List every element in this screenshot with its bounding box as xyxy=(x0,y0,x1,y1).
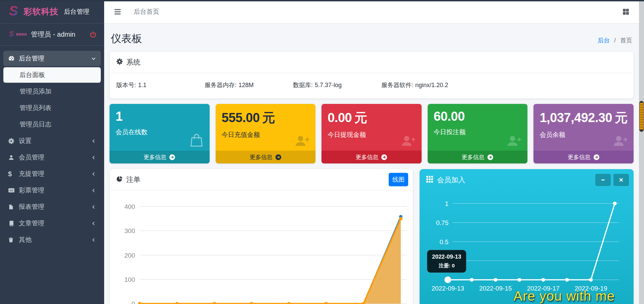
sidebar-item[interactable]: 报表管理 xyxy=(3,199,101,215)
data-point[interactable] xyxy=(250,302,253,304)
sidebar-subitem[interactable]: 管理员日志 xyxy=(3,117,101,132)
data-point[interactable] xyxy=(542,278,545,282)
system-info-item: 服务器软件:nginx/1.20.2 xyxy=(381,81,448,89)
brand-suffix: 后台管理 xyxy=(64,7,89,16)
sidebar-item[interactable]: 其他 xyxy=(3,232,101,248)
chevron-left-icon xyxy=(91,204,96,210)
sidebar-subitem-label: 管理员日志 xyxy=(19,120,51,129)
shopping-bag-icon xyxy=(189,132,204,148)
data-point[interactable] xyxy=(589,278,593,282)
sidebar-item[interactable]: CC 彩票管理 xyxy=(3,183,101,198)
svg-text:1: 1 xyxy=(445,200,448,207)
top-border-strip xyxy=(0,0,644,1)
member-join-panel: 会员加入 00.250.50.7512022-09-132022-09-1520… xyxy=(420,169,634,304)
user-panel: S 彩软科技 管理员 - admin xyxy=(0,24,104,46)
stat-value: 1,037,492.30元 xyxy=(533,104,634,126)
data-point[interactable] xyxy=(470,278,474,282)
line-chart-button[interactable]: 线图 xyxy=(389,173,408,186)
more-info-link[interactable]: 更多信息 xyxy=(110,151,210,163)
stat-unit: 元 xyxy=(615,111,628,125)
page-head: 仪表板 后台 / 首页 xyxy=(111,32,632,46)
more-info-link[interactable]: 更多信息 xyxy=(216,151,316,163)
bet-line-chart[interactable]: 0100200300400 xyxy=(110,190,413,304)
stat-value: 555.00元 xyxy=(216,104,316,126)
member-line-chart[interactable]: 00.250.50.7512022-09-132022-09-152022-09… xyxy=(420,190,632,302)
area-fill xyxy=(140,219,401,304)
content: 仪表板 后台 / 首页 系统 版本号:1.1 服务器内存:128M 数据库:5.… xyxy=(104,24,639,304)
sidebar-item[interactable]: 文章管理 xyxy=(3,216,101,231)
data-point[interactable] xyxy=(518,278,521,282)
system-info-row: 版本号:1.1 服务器内存:128M 数据库:5.7.37-log 服务器软件:… xyxy=(110,73,634,99)
more-info-link[interactable]: 更多信息 xyxy=(533,151,634,163)
data-point[interactable] xyxy=(494,278,498,282)
tooltip-value: 注册: 0 xyxy=(432,263,461,269)
sidebar-subitem-label: 管理员添加 xyxy=(19,87,51,96)
svg-text:0.5: 0.5 xyxy=(440,238,448,245)
cc-icon: CC xyxy=(8,187,19,194)
system-info-label: 服务器软件: xyxy=(381,82,413,88)
brand-name: 彩软科技 xyxy=(24,6,58,17)
power-icon[interactable] xyxy=(89,31,97,38)
sidebar-item[interactable]: 设置 xyxy=(3,133,101,149)
scrollbar-thumb[interactable] xyxy=(639,101,644,132)
breadcrumb-link[interactable]: 后台 xyxy=(598,37,610,44)
trash-icon xyxy=(8,237,19,243)
data-point[interactable] xyxy=(613,202,617,205)
sidebar-item[interactable]: $ 充提管理 xyxy=(3,166,101,182)
stat-value: 1 xyxy=(110,104,210,124)
chart-tooltip: 2022-09-13 注册: 0 xyxy=(427,250,466,273)
page-scrollbar[interactable] xyxy=(639,0,644,304)
member-panel-title: 会员加入 xyxy=(437,175,465,185)
minus-icon[interactable] xyxy=(595,174,611,186)
svg-text:2022-09-13: 2022-09-13 xyxy=(431,285,464,292)
grid-2x2-icon[interactable] xyxy=(622,8,630,15)
dashboard-icon xyxy=(8,55,19,62)
system-info-label: 版本号: xyxy=(116,82,136,88)
breadcrumb-separator: / xyxy=(614,37,616,44)
sidebar-menu: 后台管理 后台面板 管理员添加 管理员列表 管理员日志 设置 会员管理 $ 充提… xyxy=(0,46,104,248)
data-point[interactable] xyxy=(213,302,216,304)
svg-text:S: S xyxy=(9,30,14,37)
stat-card: 555.00元 今日充值金额 更多信息 xyxy=(216,104,316,163)
svg-text:CC: CC xyxy=(9,189,13,192)
hamburger-icon[interactable] xyxy=(114,8,122,16)
sidebar: S 彩软科技 后台管理 S 彩软科技 管理员 - admin 后台管理 后台面板… xyxy=(0,0,104,304)
sidebar-item[interactable]: 后台管理 xyxy=(3,51,101,66)
sidebar-subitem[interactable]: 后台面板 xyxy=(3,67,101,83)
data-point[interactable] xyxy=(138,302,141,304)
system-info-value: 128M xyxy=(239,82,254,88)
more-info-link[interactable]: 更多信息 xyxy=(428,151,528,163)
sidebar-subitem[interactable]: 管理员添加 xyxy=(3,84,101,99)
sidebar-subitem[interactable]: 管理员列表 xyxy=(3,100,101,116)
data-point[interactable] xyxy=(444,276,451,283)
sidebar-subitem-label: 后台面板 xyxy=(19,71,45,79)
main-area: 后台首页 仪表板 后台 / 首页 系统 版本号:1.1 服务器内存:128M 数… xyxy=(104,0,639,304)
system-info-item: 服务器内存:128M xyxy=(205,81,293,89)
charts-row: 注单 线图 0100200300400 会员加入 00.250.50.75120… xyxy=(110,169,634,304)
data-point[interactable] xyxy=(175,302,179,304)
chevron-left-icon xyxy=(91,172,96,177)
bet-chart-panel: 注单 线图 0100200300400 xyxy=(110,169,413,304)
nav-home-link[interactable]: 后台首页 xyxy=(134,7,159,16)
series-orange-line xyxy=(140,219,401,304)
data-point[interactable] xyxy=(565,278,569,282)
stat-card: 0.00元 今日提现金额 更多信息 xyxy=(321,104,422,163)
grid-3x3-icon xyxy=(426,176,433,184)
pie-chart-icon xyxy=(116,176,123,184)
more-info-link[interactable]: 更多信息 xyxy=(321,151,422,163)
stat-value: 0.00元 xyxy=(321,104,422,126)
page-title: 仪表板 xyxy=(111,32,142,46)
data-point[interactable] xyxy=(287,302,291,304)
chevron-left-icon xyxy=(91,188,96,193)
system-info-value: 5.7.37-log xyxy=(315,82,342,88)
sidebar-item[interactable]: 会员管理 xyxy=(3,150,101,165)
data-point[interactable] xyxy=(399,217,402,220)
data-point[interactable] xyxy=(325,302,328,304)
sidebar-item-label: 报表管理 xyxy=(19,202,44,211)
close-icon[interactable] xyxy=(613,174,629,186)
stat-unit: 元 xyxy=(354,111,367,125)
stat-value: 60.00 xyxy=(428,104,528,124)
series-blue-line xyxy=(140,217,401,304)
brand[interactable]: S 彩软科技 后台管理 xyxy=(0,0,104,24)
s-gradient-logo-icon: S xyxy=(6,4,21,19)
